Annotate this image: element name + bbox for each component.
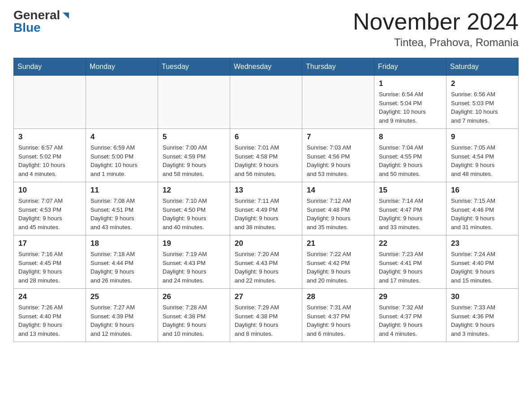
- day-info: Sunrise: 7:28 AM Sunset: 4:38 PM Dayligh…: [163, 303, 225, 338]
- day-number: 14: [307, 186, 369, 195]
- day-info: Sunrise: 7:32 AM Sunset: 4:37 PM Dayligh…: [379, 303, 442, 338]
- day-info: Sunrise: 7:00 AM Sunset: 4:59 PM Dayligh…: [163, 143, 225, 178]
- calendar-cell: 9Sunrise: 7:05 AM Sunset: 4:54 PM Daylig…: [446, 129, 519, 182]
- day-info: Sunrise: 7:29 AM Sunset: 4:38 PM Dayligh…: [235, 303, 297, 338]
- calendar-cell: 8Sunrise: 7:04 AM Sunset: 4:55 PM Daylig…: [374, 129, 446, 182]
- calendar-cell: 2Sunrise: 6:56 AM Sunset: 5:03 PM Daylig…: [446, 76, 519, 129]
- calendar-cell: 15Sunrise: 7:14 AM Sunset: 4:47 PM Dayli…: [374, 182, 446, 235]
- calendar-cell: 25Sunrise: 7:27 AM Sunset: 4:39 PM Dayli…: [86, 289, 158, 342]
- logo-general-text: General: [13, 9, 60, 21]
- calendar-cell: 12Sunrise: 7:10 AM Sunset: 4:50 PM Dayli…: [158, 182, 230, 235]
- week-row-3: 10Sunrise: 7:07 AM Sunset: 4:53 PM Dayli…: [14, 182, 519, 235]
- month-title: November 2024: [353, 9, 519, 34]
- calendar-cell: 17Sunrise: 7:16 AM Sunset: 4:45 PM Dayli…: [14, 235, 86, 289]
- day-info: Sunrise: 7:05 AM Sunset: 4:54 PM Dayligh…: [451, 143, 514, 178]
- day-info: Sunrise: 7:15 AM Sunset: 4:46 PM Dayligh…: [451, 197, 514, 231]
- day-number: 9: [451, 133, 514, 141]
- calendar-cell: 22Sunrise: 7:23 AM Sunset: 4:41 PM Dayli…: [374, 235, 446, 289]
- day-number: 3: [18, 133, 81, 141]
- weekday-header-wednesday: Wednesday: [230, 58, 302, 76]
- page-header: General Blue November 2024 Tintea, Praho…: [13, 9, 519, 49]
- day-info: Sunrise: 7:10 AM Sunset: 4:50 PM Dayligh…: [163, 197, 225, 231]
- location-title: Tintea, Prahova, Romania: [353, 36, 519, 49]
- calendar-cell: [230, 76, 302, 129]
- day-number: 26: [163, 292, 225, 301]
- week-row-5: 24Sunrise: 7:26 AM Sunset: 4:40 PM Dayli…: [14, 289, 519, 342]
- day-info: Sunrise: 7:18 AM Sunset: 4:44 PM Dayligh…: [90, 250, 153, 285]
- calendar-cell: 6Sunrise: 7:01 AM Sunset: 4:58 PM Daylig…: [230, 129, 302, 182]
- calendar-cell: 28Sunrise: 7:31 AM Sunset: 4:37 PM Dayli…: [302, 289, 374, 342]
- calendar-cell: 21Sunrise: 7:22 AM Sunset: 4:42 PM Dayli…: [302, 235, 374, 289]
- day-number: 13: [235, 186, 297, 195]
- title-area: November 2024 Tintea, Prahova, Romania: [353, 9, 519, 49]
- day-number: 17: [18, 239, 81, 248]
- calendar-cell: 26Sunrise: 7:28 AM Sunset: 4:38 PM Dayli…: [158, 289, 230, 342]
- day-number: 16: [451, 186, 514, 195]
- day-info: Sunrise: 7:12 AM Sunset: 4:48 PM Dayligh…: [307, 197, 369, 231]
- weekday-header-row: SundayMondayTuesdayWednesdayThursdayFrid…: [14, 58, 519, 76]
- day-number: 22: [379, 239, 442, 248]
- day-number: 1: [379, 79, 442, 88]
- day-info: Sunrise: 7:01 AM Sunset: 4:58 PM Dayligh…: [235, 143, 297, 178]
- day-number: 25: [90, 292, 153, 301]
- logo-blue-text: Blue: [13, 21, 41, 34]
- day-number: 19: [163, 239, 225, 248]
- day-number: 29: [379, 292, 442, 301]
- calendar-cell: 30Sunrise: 7:33 AM Sunset: 4:36 PM Dayli…: [446, 289, 519, 342]
- calendar-cell: 27Sunrise: 7:29 AM Sunset: 4:38 PM Dayli…: [230, 289, 302, 342]
- day-number: 4: [90, 133, 153, 141]
- logo-triangle-icon: [61, 11, 71, 21]
- weekday-header-tuesday: Tuesday: [158, 58, 230, 76]
- day-info: Sunrise: 6:59 AM Sunset: 5:00 PM Dayligh…: [90, 143, 153, 178]
- week-row-1: 1Sunrise: 6:54 AM Sunset: 5:04 PM Daylig…: [14, 76, 519, 129]
- calendar-cell: 14Sunrise: 7:12 AM Sunset: 4:48 PM Dayli…: [302, 182, 374, 235]
- calendar-cell: 3Sunrise: 6:57 AM Sunset: 5:02 PM Daylig…: [14, 129, 86, 182]
- day-number: 23: [451, 239, 514, 248]
- day-number: 21: [307, 239, 369, 248]
- day-info: Sunrise: 7:07 AM Sunset: 4:53 PM Dayligh…: [18, 197, 81, 231]
- day-info: Sunrise: 7:03 AM Sunset: 4:56 PM Dayligh…: [307, 143, 369, 178]
- day-number: 8: [379, 133, 442, 141]
- day-info: Sunrise: 6:54 AM Sunset: 5:04 PM Dayligh…: [379, 90, 442, 125]
- calendar-cell: 20Sunrise: 7:20 AM Sunset: 4:43 PM Dayli…: [230, 235, 302, 289]
- day-number: 28: [307, 292, 369, 301]
- day-info: Sunrise: 7:27 AM Sunset: 4:39 PM Dayligh…: [90, 303, 153, 338]
- day-info: Sunrise: 7:19 AM Sunset: 4:43 PM Dayligh…: [163, 250, 225, 285]
- calendar-cell: 19Sunrise: 7:19 AM Sunset: 4:43 PM Dayli…: [158, 235, 230, 289]
- day-number: 24: [18, 292, 81, 301]
- calendar-cell: 5Sunrise: 7:00 AM Sunset: 4:59 PM Daylig…: [158, 129, 230, 182]
- calendar-cell: [14, 76, 86, 129]
- day-number: 11: [90, 186, 153, 195]
- day-info: Sunrise: 6:57 AM Sunset: 5:02 PM Dayligh…: [18, 143, 81, 178]
- week-row-2: 3Sunrise: 6:57 AM Sunset: 5:02 PM Daylig…: [14, 129, 519, 182]
- day-number: 10: [18, 186, 81, 195]
- day-info: Sunrise: 7:24 AM Sunset: 4:40 PM Dayligh…: [451, 250, 514, 285]
- weekday-header-saturday: Saturday: [446, 58, 519, 76]
- day-number: 12: [163, 186, 225, 195]
- day-number: 20: [235, 239, 297, 248]
- weekday-header-monday: Monday: [86, 58, 158, 76]
- week-row-4: 17Sunrise: 7:16 AM Sunset: 4:45 PM Dayli…: [14, 235, 519, 289]
- calendar-cell: [158, 76, 230, 129]
- day-info: Sunrise: 7:26 AM Sunset: 4:40 PM Dayligh…: [18, 303, 81, 338]
- calendar-cell: 24Sunrise: 7:26 AM Sunset: 4:40 PM Dayli…: [14, 289, 86, 342]
- weekday-header-friday: Friday: [374, 58, 446, 76]
- day-info: Sunrise: 7:14 AM Sunset: 4:47 PM Dayligh…: [379, 197, 442, 231]
- calendar-cell: 4Sunrise: 6:59 AM Sunset: 5:00 PM Daylig…: [86, 129, 158, 182]
- day-number: 27: [235, 292, 297, 301]
- weekday-header-sunday: Sunday: [14, 58, 86, 76]
- svg-marker-0: [63, 13, 69, 19]
- day-info: Sunrise: 7:11 AM Sunset: 4:49 PM Dayligh…: [235, 197, 297, 231]
- calendar-cell: 23Sunrise: 7:24 AM Sunset: 4:40 PM Dayli…: [446, 235, 519, 289]
- day-info: Sunrise: 7:31 AM Sunset: 4:37 PM Dayligh…: [307, 303, 369, 338]
- day-number: 5: [163, 133, 225, 141]
- calendar-cell: 10Sunrise: 7:07 AM Sunset: 4:53 PM Dayli…: [14, 182, 86, 235]
- calendar-cell: [302, 76, 374, 129]
- calendar-cell: 1Sunrise: 6:54 AM Sunset: 5:04 PM Daylig…: [374, 76, 446, 129]
- day-number: 30: [451, 292, 514, 301]
- calendar-cell: [86, 76, 158, 129]
- calendar-cell: 18Sunrise: 7:18 AM Sunset: 4:44 PM Dayli…: [86, 235, 158, 289]
- day-number: 15: [379, 186, 442, 195]
- day-info: Sunrise: 7:33 AM Sunset: 4:36 PM Dayligh…: [451, 303, 514, 338]
- calendar-table: SundayMondayTuesdayWednesdayThursdayFrid…: [13, 58, 519, 342]
